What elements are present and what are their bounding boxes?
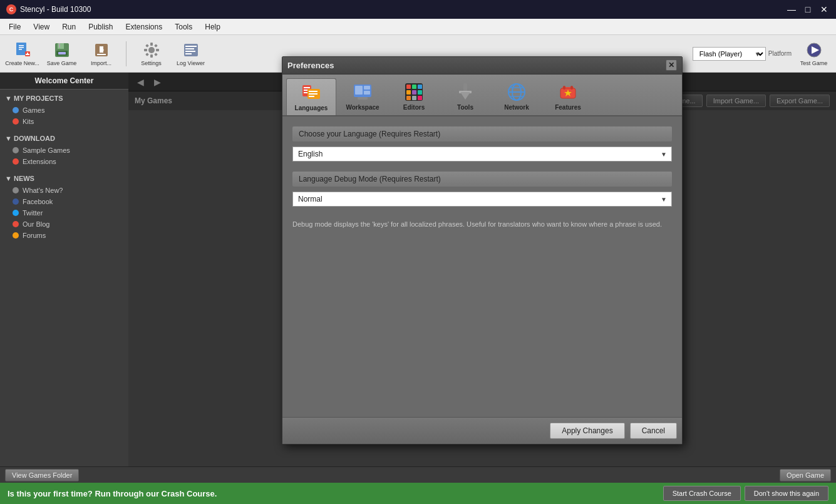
kits-dot-icon: [13, 118, 19, 125]
games-dot-icon: [13, 107, 19, 113]
sidebar-section-header-download[interactable]: ▼ DOWNLOAD: [0, 132, 128, 145]
tab-workspace[interactable]: Workspace: [338, 78, 388, 115]
settings-button[interactable]: Settings: [134, 38, 168, 70]
tab-tools[interactable]: Tools: [440, 78, 490, 115]
svg-rect-24: [154, 53, 158, 56]
start-crash-course-button[interactable]: Start Crash Course: [663, 486, 741, 501]
dialog-footer: Apply Changes Cancel: [282, 417, 682, 444]
tab-features-label: Features: [555, 104, 581, 111]
settings-label: Settings: [141, 60, 162, 66]
toolbar-right: Flash (Player) HTML5 iOS Android Platfor…: [693, 38, 831, 70]
test-game-button[interactable]: Test Game: [797, 38, 831, 70]
svg-rect-54: [418, 96, 422, 100]
content-area: ◀ ▶ My Games w Game... Import Game... Ex…: [128, 73, 836, 466]
svg-rect-53: [412, 96, 416, 100]
svg-rect-29: [185, 53, 192, 54]
debug-select-wrapper: Normal Keys Only Full Debug: [292, 192, 672, 207]
log-viewer-icon: [182, 41, 200, 59]
dialog-title: Preferences: [287, 61, 334, 70]
minimize-button[interactable]: —: [786, 4, 797, 15]
menu-view[interactable]: View: [28, 21, 54, 33]
tab-languages[interactable]: Languages: [286, 78, 336, 115]
twitter-dot-icon: [13, 210, 19, 216]
debug-dropdown-row: Normal Keys Only Full Debug: [292, 192, 672, 207]
svg-rect-22: [154, 44, 158, 48]
platform-dropdown-wrapper: Flash (Player) HTML5 iOS Android: [693, 47, 766, 61]
sidebar-section-header-news[interactable]: ▼ NEWS: [0, 172, 128, 185]
sidebar-item-forums[interactable]: Forums: [0, 230, 128, 241]
debug-description: Debug mode displays the 'keys' for all l…: [292, 217, 672, 232]
title-bar: C Stencyl - Build 10300 — □ ✕: [0, 0, 836, 19]
menu-tools[interactable]: Tools: [170, 21, 197, 33]
close-button[interactable]: ✕: [818, 4, 830, 15]
save-game-button[interactable]: Save Game: [44, 38, 79, 70]
samplegames-dot-icon: [13, 147, 19, 153]
tab-features[interactable]: Features: [543, 78, 593, 115]
svg-rect-19: [144, 49, 147, 51]
dialog-content: Choose your Language (Requires Restart) …: [282, 116, 682, 417]
sidebar-item-kits[interactable]: Kits: [0, 116, 128, 127]
preferences-dialog: Preferences ✕: [282, 56, 683, 445]
svg-rect-46: [406, 85, 411, 89]
import-button[interactable]: Import...: [84, 38, 118, 70]
workspace-tab-icon: [353, 82, 373, 102]
editors-tab-icon: [404, 82, 424, 102]
menu-run[interactable]: Run: [57, 21, 81, 33]
svg-rect-17: [150, 43, 153, 46]
sidebar-item-games[interactable]: Games: [0, 105, 128, 116]
title-bar-controls: — □ ✕: [786, 4, 830, 15]
dismiss-crash-course-button[interactable]: Don't show this again: [745, 486, 828, 501]
svg-point-16: [148, 47, 155, 53]
sidebar-item-samplegames[interactable]: Sample Games: [0, 145, 128, 156]
maximize-button[interactable]: □: [802, 4, 813, 15]
extensions-dot-icon: [13, 158, 19, 165]
svg-rect-1: [19, 45, 24, 46]
sidebar-item-ourblog[interactable]: Our Blog: [0, 219, 128, 230]
tab-network[interactable]: Network: [492, 78, 542, 115]
create-new-button[interactable]: Create New...: [5, 38, 39, 70]
debug-select[interactable]: Normal Keys Only Full Debug: [292, 192, 672, 207]
menu-publish[interactable]: Publish: [83, 21, 118, 33]
svg-rect-42: [364, 86, 370, 90]
cancel-button[interactable]: Cancel: [630, 423, 677, 439]
menu-file[interactable]: File: [4, 21, 26, 33]
svg-rect-15: [97, 54, 106, 55]
svg-rect-11: [58, 52, 66, 54]
dialog-tabs: Languages Workspace: [282, 75, 682, 116]
debug-section-header: Language Debug Mode (Requires Restart): [292, 172, 672, 187]
tab-network-label: Network: [504, 104, 529, 111]
title-bar-left: C Stencyl - Build 10300: [6, 4, 91, 14]
svg-rect-21: [145, 44, 149, 48]
menu-extensions[interactable]: Extensions: [121, 21, 168, 33]
language-section-header: Choose your Language (Requires Restart): [292, 126, 672, 141]
svg-rect-33: [304, 87, 310, 88]
open-game-button[interactable]: Open Game: [780, 469, 831, 481]
sidebar-item-whatsnew[interactable]: What's New?: [0, 185, 128, 196]
svg-rect-20: [156, 49, 159, 51]
facebook-dot-icon: [13, 198, 19, 205]
svg-rect-9: [59, 43, 60, 48]
menu-help[interactable]: Help: [200, 21, 225, 33]
svg-rect-18: [150, 54, 153, 58]
sidebar-item-twitter[interactable]: Twitter: [0, 207, 128, 219]
view-games-folder-button[interactable]: View Games Folder: [5, 469, 79, 481]
crash-course-message: Is this your first time? Run through our…: [8, 489, 663, 498]
platform-select-area: Flash (Player) HTML5 iOS Android Platfor…: [693, 47, 792, 61]
sidebar-section-header-myprojects[interactable]: ▼ MY PROJECTS: [0, 92, 128, 105]
platform-label: Platform: [768, 50, 792, 57]
language-select[interactable]: English French German Spanish: [292, 147, 672, 162]
crash-course-bar: Is this your first time? Run through our…: [0, 483, 836, 504]
sidebar-item-facebook[interactable]: Facebook: [0, 196, 128, 207]
platform-dropdown[interactable]: Flash (Player) HTML5 iOS Android: [693, 47, 766, 61]
sidebar-item-extensions[interactable]: Extensions: [0, 156, 128, 167]
menu-bar: File View Run Publish Extensions Tools H…: [0, 19, 836, 35]
network-tab-icon: [507, 82, 527, 102]
svg-rect-51: [418, 90, 422, 95]
svg-rect-2: [19, 47, 24, 48]
svg-rect-66: [570, 86, 573, 90]
apply-changes-button[interactable]: Apply Changes: [550, 423, 624, 439]
svg-rect-35: [304, 92, 308, 93]
tab-editors[interactable]: Editors: [389, 78, 439, 115]
log-viewer-button[interactable]: Log Viewer: [173, 38, 208, 70]
dialog-close-button[interactable]: ✕: [666, 59, 677, 71]
